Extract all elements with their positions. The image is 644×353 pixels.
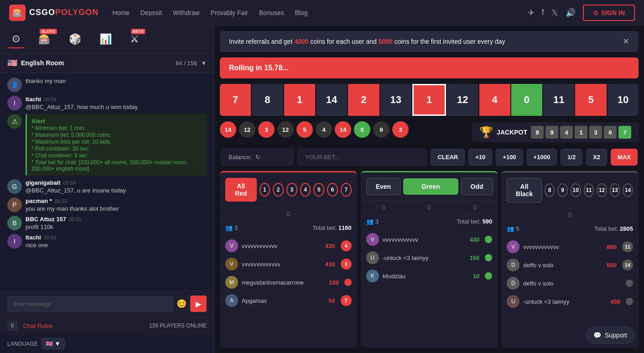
black-num-14[interactable]: 14 bbox=[623, 183, 633, 197]
all-red-button[interactable]: All Red bbox=[225, 178, 257, 202]
language-selector[interactable]: 🇬🇧 ▼ bbox=[42, 338, 65, 349]
plus1000-button[interactable]: +1000 bbox=[527, 149, 557, 166]
send-button[interactable]: ▶ bbox=[190, 296, 207, 312]
red-num-7[interactable]: 7 bbox=[341, 183, 352, 197]
bettor-badge-r1: 3 bbox=[341, 259, 352, 270]
pause-button[interactable]: II bbox=[7, 321, 18, 331]
alert-line-5: * Chat cooldown: 5 sec. bbox=[31, 152, 202, 159]
betting-panels: All Red 1 2 3 4 5 6 7 0 👥 3 Total bbox=[214, 171, 644, 353]
msg-header-4: giganigabait 00:54 bbox=[26, 179, 207, 186]
nav-home[interactable]: Home bbox=[112, 9, 129, 16]
jackpot-num-2: 4 bbox=[560, 126, 573, 139]
bettor-name-b0: vvvvvvvvvvvv bbox=[523, 244, 603, 250]
red-num-5[interactable]: 5 bbox=[313, 183, 324, 197]
msg-text-6: profit 110k bbox=[26, 223, 207, 230]
odd-button[interactable]: Odd bbox=[461, 178, 493, 195]
volume-icon[interactable]: 🔊 bbox=[566, 8, 576, 18]
prev-results: 14 12 3 12 5 4 14 0 9 3 bbox=[220, 121, 409, 138]
game-icon-slots[interactable]: SLOTS 🎰 bbox=[34, 31, 55, 48]
bettor-badge-g2 bbox=[485, 272, 492, 280]
balance-label: Balance: bbox=[229, 154, 252, 161]
bet-input[interactable] bbox=[297, 149, 427, 166]
support-button[interactable]: 💬 Support bbox=[586, 327, 635, 344]
bet-controls: Balance: ↻ CLEAR +10 +100 +1000 1/2 X2 M… bbox=[220, 149, 639, 166]
sign-in-button[interactable]: ⊙ SIGN IN bbox=[583, 5, 635, 21]
black-panel-stats: 👥 5 Total bet: 2805 bbox=[501, 221, 639, 236]
clear-button[interactable]: CLEAR bbox=[431, 149, 465, 166]
game-icon-roulette[interactable]: ⊙ bbox=[7, 30, 25, 48]
chat-footer: II Chat Rules 156 PLAYERS ONLINE bbox=[0, 317, 214, 334]
bettor-amount-b0: 860 bbox=[607, 244, 617, 250]
bettor-name-g2: kliudziau bbox=[383, 273, 469, 280]
bettor-amount-r2: 100 bbox=[329, 279, 339, 286]
game-icon-versus[interactable]: BETS ⚔ bbox=[125, 31, 144, 48]
game-icon-chart[interactable]: 📊 bbox=[95, 31, 116, 48]
chat-input[interactable] bbox=[7, 296, 173, 311]
half-button[interactable]: 1/2 bbox=[561, 149, 582, 166]
plus10-button[interactable]: +10 bbox=[468, 149, 492, 166]
red-num-3[interactable]: 3 bbox=[286, 183, 297, 197]
bettor-avatar-r3: A bbox=[225, 294, 238, 307]
bettor-badge-r3: 7 bbox=[341, 295, 352, 306]
roulette-icon: ⊙ bbox=[12, 33, 20, 45]
game-icon-dice[interactable]: 🎲 bbox=[64, 31, 86, 48]
green-button[interactable]: Green bbox=[403, 178, 458, 195]
black-num-8[interactable]: 8 bbox=[545, 183, 555, 197]
msg-header-5: pacman * 00:55 bbox=[26, 197, 207, 204]
chat-rules-link[interactable]: Chat Rules bbox=[23, 322, 52, 329]
green-user-count: 👥 3 bbox=[366, 218, 379, 225]
black-panel-total: 0 bbox=[501, 208, 639, 221]
red-num-2[interactable]: 2 bbox=[273, 183, 284, 197]
red-num-6[interactable]: 6 bbox=[327, 183, 338, 197]
nav-withdraw[interactable]: Withdraw bbox=[173, 9, 199, 16]
wheel-cell-6: 1 bbox=[412, 84, 446, 116]
black-num-11[interactable]: 11 bbox=[584, 183, 594, 197]
red-num-1[interactable]: 1 bbox=[260, 183, 270, 197]
bettor-badge-b2 bbox=[626, 280, 633, 287]
all-black-button[interactable]: All Black bbox=[507, 178, 541, 202]
bettor-avatar-g1: U bbox=[366, 251, 379, 264]
nav-provably-fair[interactable]: Provably Fair bbox=[211, 9, 248, 16]
nav-deposit[interactable]: Deposit bbox=[140, 9, 162, 16]
jackpot-num-1: 9 bbox=[545, 126, 558, 139]
msg-text-2: @BBC_Attuz_157, how much u won today bbox=[26, 104, 207, 110]
roulette-wheel: 7 8 1 14 2 13 1 12 4 0 11 5 10 bbox=[220, 84, 639, 116]
bettor-name-r0: vvvvvvvvvvvv bbox=[242, 243, 322, 249]
red-num-4[interactable]: 4 bbox=[300, 183, 311, 197]
main-layout: ⊙ SLOTS 🎰 🎲 📊 BETS ⚔ 🇺🇸 English Room 64 … bbox=[0, 26, 644, 353]
nav-bonuses[interactable]: Bonuses bbox=[259, 9, 284, 16]
wheel-cell-5: 13 bbox=[380, 84, 411, 116]
nav-blog[interactable]: Blog bbox=[295, 9, 308, 16]
max-button[interactable]: MAX bbox=[611, 149, 638, 166]
emoji-button[interactable]: 😊 bbox=[177, 299, 187, 309]
black-num-9[interactable]: 9 bbox=[557, 183, 568, 197]
msg-header-2: ltachi 00:54 bbox=[26, 96, 207, 103]
chat-messages: 👤 thanks my man I ltachi 00:54 @BBC_Attu… bbox=[0, 73, 214, 291]
sign-in-label: SIGN IN bbox=[601, 9, 625, 16]
refresh-icon[interactable]: ↻ bbox=[255, 154, 260, 161]
telegram-icon[interactable]: ✈ bbox=[528, 8, 535, 18]
msg-content-7: ltachi 00:55 nice one bbox=[26, 234, 207, 249]
bettor-badge-r0: 4 bbox=[341, 240, 352, 251]
msg-time-6: 00:55 bbox=[69, 217, 82, 222]
alert-line-1: * Minimum bet: 1 coin. bbox=[31, 125, 202, 131]
result-1: 12 bbox=[239, 121, 255, 138]
jackpot-trophy-icon: 🏆 bbox=[479, 126, 493, 139]
twitter-icon[interactable]: 𝕏 bbox=[551, 8, 558, 18]
jackpot-num-3: 1 bbox=[575, 126, 587, 139]
black-num-13[interactable]: 13 bbox=[610, 183, 620, 197]
wheel-cell-7: 12 bbox=[447, 84, 478, 116]
plus100-button[interactable]: +100 bbox=[496, 149, 523, 166]
chat-message-alert: ⚠ Alert * Minimum bet: 1 coin. * Maximum… bbox=[7, 114, 207, 176]
banner-close-button[interactable]: ✕ bbox=[623, 36, 629, 47]
chat-header[interactable]: 🇺🇸 English Room 64 / 156 ▼ bbox=[0, 53, 214, 73]
black-num-12[interactable]: 12 bbox=[597, 183, 607, 197]
logo[interactable]: 🎰 CSGOPOLYGON bbox=[9, 5, 99, 21]
bettor-amount-b3: 450 bbox=[610, 298, 620, 305]
black-num-10[interactable]: 10 bbox=[571, 183, 581, 197]
x2-button[interactable]: X2 bbox=[586, 149, 607, 166]
facebook-icon[interactable]: f bbox=[542, 8, 544, 17]
msg-username-7: ltachi bbox=[26, 234, 41, 241]
chevron-down-icon: ▼ bbox=[55, 340, 61, 347]
even-button[interactable]: Even bbox=[366, 178, 400, 195]
